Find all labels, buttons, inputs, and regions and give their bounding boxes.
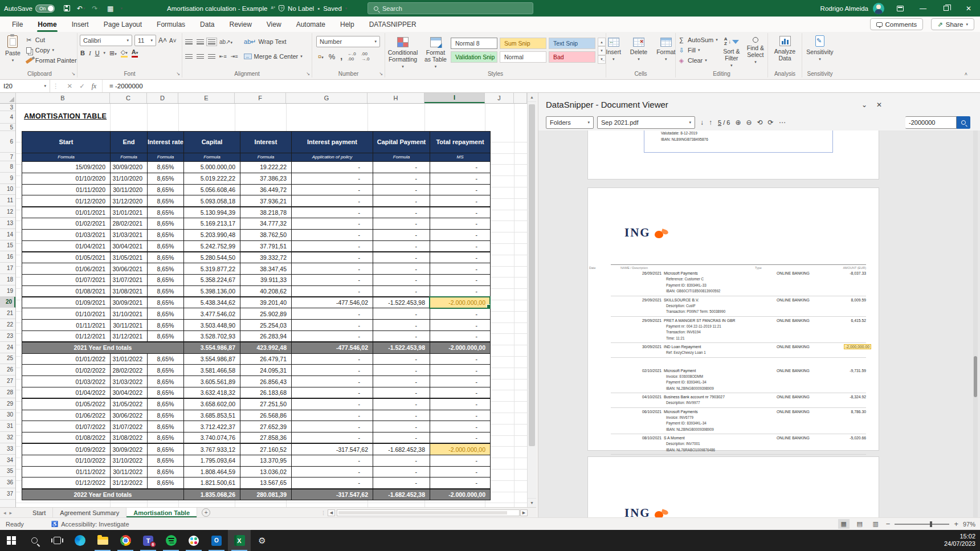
table-cell[interactable]: -: [373, 410, 430, 421]
table-cell[interactable]: -: [430, 263, 490, 275]
taskbar-button-outlook[interactable]: O: [205, 530, 228, 551]
table-row-36[interactable]: 01/12/202231/12/20228,65%1.821.500,6113.…: [22, 477, 491, 489]
table-row-30[interactable]: 01/06/202230/06/20228,65%3.685.853,5126.…: [22, 410, 491, 421]
column-header-j[interactable]: J: [485, 93, 514, 103]
sheet-grid[interactable]: AMORTISATION TABLE StartEndInterest rate…: [16, 104, 527, 507]
table-cell[interactable]: -: [430, 376, 490, 387]
decrease-font-icon[interactable]: A˅: [169, 38, 177, 44]
table-cell[interactable]: -: [373, 252, 430, 263]
table-cell[interactable]: 8,65%: [148, 285, 184, 297]
rotate-right-icon[interactable]: ⟳: [768, 119, 774, 126]
table-cell[interactable]: 3.554.986,87: [183, 353, 240, 365]
table-cell[interactable]: 13.567,65: [240, 477, 291, 489]
redo-button[interactable]: ↷▾: [89, 5, 103, 13]
table-cell[interactable]: 8,65%: [148, 195, 184, 207]
table-cell[interactable]: 31/10/2021: [111, 308, 148, 320]
table-cell[interactable]: -317.547,62: [291, 443, 373, 455]
autosave-toggle[interactable]: AutoSave On: [0, 0, 59, 17]
table-cell[interactable]: 31/12/2021: [111, 330, 148, 342]
zoom-level[interactable]: 97%: [963, 521, 975, 528]
tab-data[interactable]: Data: [193, 17, 222, 32]
table-cell[interactable]: -: [291, 455, 373, 466]
table-cell[interactable]: -: [373, 240, 430, 252]
taskbar-button-excel[interactable]: X: [228, 530, 251, 551]
italic-button[interactable]: I: [89, 50, 91, 56]
table-cell[interactable]: -: [430, 455, 490, 466]
table-cell[interactable]: 30/09/2020: [111, 162, 148, 173]
table-cell[interactable]: -: [373, 207, 430, 218]
font-color-button[interactable]: A▾: [132, 49, 138, 58]
table-cell[interactable]: -: [291, 398, 373, 410]
table-cell[interactable]: 31/08/2022: [111, 432, 148, 444]
row-header-29[interactable]: 29: [0, 398, 15, 410]
sensitivity-button[interactable]: Sensitivity▾: [802, 33, 838, 64]
page-indicator[interactable]: 5 / 6: [718, 119, 730, 126]
borders-button[interactable]: ⊞▾: [109, 50, 117, 57]
year-total-row-37[interactable]: 2022 Year End totals1.835.068,26280.081,…: [22, 489, 491, 500]
table-cell[interactable]: -: [373, 184, 430, 195]
table-cell[interactable]: 24.095,31: [240, 365, 291, 376]
table-cell[interactable]: -: [373, 285, 430, 297]
next-result-icon[interactable]: ↓: [700, 119, 704, 126]
column-header-g[interactable]: G: [286, 93, 368, 103]
table-cell[interactable]: 01/03/2021: [22, 229, 111, 240]
table-row-29[interactable]: 01/05/202231/05/20228,65%3.658.602,0027.…: [22, 398, 491, 410]
table-cell[interactable]: -: [430, 398, 490, 410]
table-cell[interactable]: -1.682.452,38: [373, 443, 430, 455]
table-cell[interactable]: 5.169.213,17: [183, 218, 240, 229]
row-header-28[interactable]: 28: [0, 387, 15, 398]
table-cell[interactable]: -: [430, 274, 490, 285]
style-chip-normal-8[interactable]: Normal 8: [451, 38, 497, 49]
select-all-corner[interactable]: [0, 93, 16, 103]
table-cell[interactable]: 39.201,40: [240, 297, 291, 308]
tab-home[interactable]: Home: [30, 17, 64, 32]
table-cell[interactable]: 5.130.994,39: [183, 207, 240, 218]
style-chip-normal[interactable]: Normal: [500, 51, 546, 63]
row-header-23[interactable]: 23: [0, 330, 15, 342]
table-cell[interactable]: 8,65%: [148, 240, 184, 252]
table-cell[interactable]: 01/12/2020: [22, 195, 111, 207]
align-bottom-icon[interactable]: [208, 39, 215, 44]
table-cell[interactable]: 8,65%: [148, 320, 184, 331]
table-cell[interactable]: -: [373, 365, 430, 376]
insert-function-icon[interactable]: fx: [92, 83, 96, 89]
decrease-indent-icon[interactable]: ⇤≡: [219, 54, 227, 59]
table-cell[interactable]: 5.280.544,50: [183, 252, 240, 263]
comma-style-icon[interactable]: ,: [340, 52, 342, 61]
table-cell[interactable]: -: [373, 477, 430, 489]
table-cell[interactable]: -: [291, 365, 373, 376]
table-cell[interactable]: 01/05/2022: [22, 398, 111, 410]
table-cell[interactable]: 8,65%: [148, 365, 184, 376]
tab-scroll-left-icon[interactable]: ◂: [0, 510, 10, 516]
table-cell[interactable]: -: [373, 432, 430, 444]
table-cell[interactable]: -: [430, 207, 490, 218]
selected-cell-I20[interactable]: -2.000.000,00: [430, 297, 490, 308]
table-row-15[interactable]: 01/04/202130/04/20218,65%5.242.752,9937.…: [22, 240, 491, 252]
sort-filter-button[interactable]: AZ↓ Sort & Filter▾: [720, 35, 744, 70]
table-cell[interactable]: -: [291, 330, 373, 342]
more-options-icon[interactable]: ⋯: [779, 119, 786, 126]
table-cell[interactable]: 5.319.877,22: [183, 263, 240, 275]
table-cell[interactable]: 8,65%: [148, 173, 184, 184]
table-cell[interactable]: 01/02/2022: [22, 365, 111, 376]
sheet-tab-agreement-summary[interactable]: Agreement Summary: [53, 508, 126, 517]
table-cell[interactable]: -: [430, 387, 490, 398]
transaction-s-a-moment[interactable]: 08/10/2021S A MomentONLINE BANKING-5,020…: [611, 434, 866, 455]
table-cell[interactable]: 3.685.853,51: [183, 410, 240, 421]
taskbar-button-edge[interactable]: [68, 530, 91, 551]
table-cell[interactable]: 01/10/2022: [22, 455, 111, 466]
accessibility-status[interactable]: ♿ Accessibility: Investigate: [24, 521, 129, 528]
number-format-select[interactable]: Number▾: [316, 36, 380, 47]
transaction-microsoft-payments[interactable]: 26/09/2021Microsoft PaymentsONLINE BANKI…: [611, 270, 866, 296]
table-row-28[interactable]: 01/04/202230/04/20228,65%3.632.418,3226.…: [22, 387, 491, 398]
close-button[interactable]: ✕: [957, 0, 980, 17]
paste-button[interactable]: Paste▾: [2, 33, 23, 66]
table-cell[interactable]: 01/10/2021: [22, 308, 111, 320]
cancel-entry-icon[interactable]: ✕: [67, 82, 73, 90]
taskbar-button-settings[interactable]: ⚙: [251, 530, 273, 551]
table-cell[interactable]: -: [291, 229, 373, 240]
taskbar-button-spotify[interactable]: [160, 530, 182, 551]
comments-button[interactable]: Comments: [870, 18, 924, 30]
table-row-13[interactable]: 01/02/202128/02/20218,65%5.169.213,1734.…: [22, 218, 491, 229]
collapse-ribbon-icon[interactable]: ˄: [965, 71, 967, 77]
